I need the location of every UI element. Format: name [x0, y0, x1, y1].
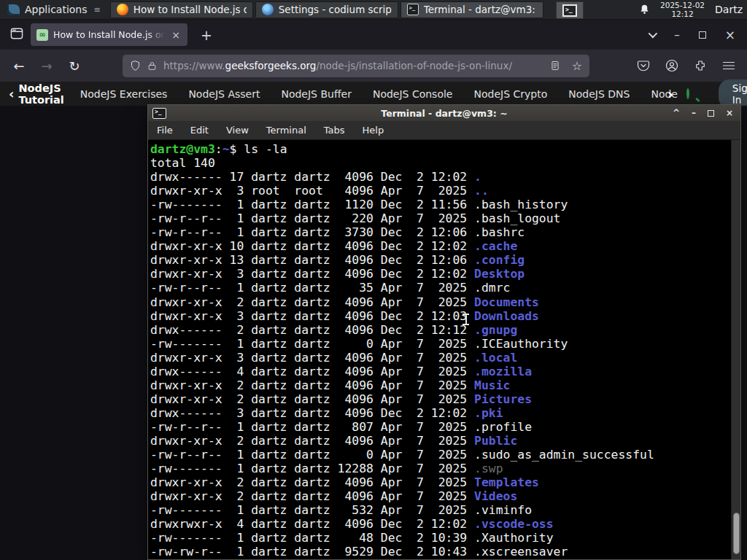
terminal-ls-row: drwxrwxr-x 4 dartz dartz 4096 Dec 2 12:0…: [150, 517, 731, 531]
close-button[interactable]: ×: [726, 108, 733, 118]
terminal-prompt-line: dartz@vm3:~$ ls -la: [150, 142, 731, 156]
ls-row-filename: .vscode-oss: [474, 517, 554, 531]
window-button-title: Settings - codium script...: [279, 4, 392, 15]
reader-view-icon[interactable]: [550, 60, 560, 71]
ls-row-filename: .ICEauthority: [474, 337, 568, 351]
window-close-button[interactable]: ×: [725, 28, 735, 42]
applications-menu-button[interactable]: Applications ≡: [0, 0, 108, 19]
terminal-ls-row: -rw-r--r-- 1 dartz dartz 0 Apr 7 2025 .s…: [150, 448, 731, 462]
firefox-view-icon[interactable]: [10, 28, 23, 42]
taskbar-window-button[interactable]: Terminal - dartz@vm3: ~: [400, 1, 543, 18]
lock-icon[interactable]: [147, 61, 157, 71]
terminal-ls-row: -rw------- 1 dartz dartz 1120 Dec 2 11:5…: [150, 198, 731, 211]
window-button-title: How to Install Node.js o...: [133, 4, 247, 15]
terminal-ls-rows: drwx------ 17 dartz dartz 4096 Dec 2 12:…: [150, 170, 731, 559]
tab-close-icon[interactable]: ×: [170, 29, 182, 41]
ls-row-meta: drwxr-xr-x 2 dartz dartz 4096 Apr 7 2025: [150, 392, 474, 406]
terminal-menu-item[interactable]: Help: [363, 125, 384, 136]
ls-row-meta: drwxr-xr-x 3 root root 4096 Apr 7 2025: [150, 184, 474, 198]
list-all-tabs-chevron-icon[interactable]: [649, 29, 658, 39]
terminal-window: Terminal - dartz@vm3: ~ ^ – × File Edit …: [147, 104, 741, 560]
subject-nav-link[interactable]: NodeJS Assert: [188, 88, 260, 100]
tracking-shield-icon[interactable]: [130, 60, 141, 71]
ls-row-meta: drwxrwxr-x 4 dartz dartz 4096 Dec 2 12:0…: [150, 517, 474, 531]
nav-back-tutorial[interactable]: ‹ NodeJS Tutorial: [0, 82, 64, 106]
new-tab-button[interactable]: +: [201, 27, 212, 43]
window-minimize-button[interactable]: –: [674, 28, 680, 42]
top-panel: Applications ≡ How to Install Node.js o.…: [0, 0, 747, 20]
ls-row-meta: drwxr-xr-x 2 dartz dartz 4096 Apr 7 2025: [150, 434, 474, 448]
ls-row-filename: .bash_history: [474, 198, 568, 211]
ls-row-filename: .cache: [474, 239, 517, 253]
ls-row-meta: drwxr-xr-x 13 dartz dartz 4096 Dec 2 12:…: [150, 253, 474, 267]
ls-row-filename: .Xauthority: [474, 531, 554, 545]
terminal-menu-item[interactable]: File: [157, 125, 173, 136]
ls-row-filename: Desktop: [474, 267, 525, 281]
user-menu[interactable]: Dartz: [715, 4, 743, 15]
applications-label: Applications: [25, 4, 88, 15]
back-button[interactable]: ←: [12, 58, 26, 74]
taskbar-window-button[interactable]: Settings - codium script...: [255, 1, 398, 18]
terminal-scrollbar[interactable]: [731, 140, 740, 559]
shade-button[interactable]: ^: [673, 108, 680, 118]
ls-row-filename: Music: [474, 378, 510, 392]
terminal-ls-row: -rw-rw-r-- 1 dartz dartz 9529 Dec 2 10:4…: [150, 545, 731, 559]
hamburger-menu-icon[interactable]: [722, 61, 735, 71]
taskbar-window-button[interactable]: How to Install Node.js o...: [110, 1, 253, 18]
clock[interactable]: 2025-12-02 12:12: [660, 1, 705, 18]
mouse-ibeam-cursor: [462, 314, 469, 325]
terminal-icon: [562, 4, 577, 17]
toolbar-right-icons: [637, 59, 747, 72]
url-bar[interactable]: https://www.geeksforgeeks.org/node-js/in…: [123, 55, 589, 77]
prompt-command: $ ls -la: [230, 142, 287, 156]
window-maximize-button[interactable]: [699, 31, 706, 39]
prompt-user-host: dartz@vm3: [150, 142, 215, 156]
subject-nav-link[interactable]: NodeJS Console: [373, 88, 453, 100]
subject-nav-link[interactable]: NodeJS Exercises: [80, 88, 168, 100]
subject-nav-link[interactable]: Node: [651, 88, 678, 100]
terminal-ls-row: drwx------ 3 dartz dartz 4096 Dec 2 12:0…: [150, 406, 731, 420]
subject-nav-link[interactable]: NodeJS Buffer: [281, 88, 352, 100]
terminal-menu-item[interactable]: Terminal: [266, 125, 306, 136]
subject-nav-link[interactable]: NodeJS DNS: [568, 88, 630, 100]
terminal-ls-row: -rw------- 1 dartz dartz 532 Apr 7 2025 …: [150, 503, 731, 517]
ls-row-meta: drwx------ 2 dartz dartz 4096 Dec 2 12:1…: [150, 323, 474, 337]
browser-tab-active[interactable]: ∞ How to Install Node.js on ×: [31, 23, 187, 46]
extensions-icon[interactable]: [694, 59, 707, 72]
forward-button[interactable]: →: [39, 58, 54, 74]
pocket-icon[interactable]: [637, 59, 650, 72]
search-icon[interactable]: [686, 88, 689, 99]
maximize-button[interactable]: [708, 110, 714, 117]
window-app-icon: [262, 4, 274, 15]
terminal-ls-row: drwxr-xr-x 2 dartz dartz 4096 Apr 7 2025…: [150, 295, 731, 309]
ls-row-meta: drwx------ 3 dartz dartz 4096 Dec 2 12:0…: [150, 406, 474, 420]
terminal-ls-row: drwx------ 17 dartz dartz 4096 Dec 2 12:…: [150, 170, 731, 184]
terminal-ls-row: -rw------- 1 dartz dartz 48 Dec 2 10:39 …: [150, 531, 731, 545]
terminal-title-bar[interactable]: Terminal - dartz@vm3: ~ ^ – ×: [148, 105, 740, 121]
ls-row-filename: Documents: [474, 295, 539, 309]
terminal-output[interactable]: dartz@vm3:~$ ls -la total 140 drwx------…: [148, 140, 731, 559]
ls-row-filename: Public: [474, 434, 517, 448]
account-icon[interactable]: [665, 59, 678, 72]
ls-row-meta: -rw-r--r-- 1 dartz dartz 35 Apr 7 2025: [150, 281, 474, 295]
minimize-button[interactable]: –: [692, 108, 696, 118]
desktop: Applications ≡ How to Install Node.js o.…: [0, 0, 747, 560]
terminal-menu-item[interactable]: Edit: [190, 125, 209, 136]
ls-row-meta: -rw-r--r-- 1 dartz dartz 3730 Dec 2 12:0…: [150, 225, 474, 239]
notification-bell-icon[interactable]: [639, 4, 650, 15]
terminal-ls-row: drwxr-xr-x 3 dartz dartz 4096 Apr 7 2025…: [150, 351, 731, 365]
window-button-title: Terminal - dartz@vm3: ~: [424, 4, 537, 15]
terminal-ls-row: drwxr-xr-x 2 dartz dartz 4096 Apr 7 2025…: [150, 434, 731, 448]
chevron-left-icon: ‹: [9, 86, 14, 101]
terminal-scrollbar-thumb[interactable]: [733, 513, 740, 554]
terminal-menu-item[interactable]: View: [226, 125, 249, 136]
chevron-right-icon[interactable]: ›: [667, 86, 673, 102]
terminal-ls-row: drwxr-xr-x 2 dartz dartz 4096 Apr 7 2025…: [150, 489, 731, 503]
ls-row-meta: -rw-r--r-- 1 dartz dartz 807 Apr 7 2025: [150, 420, 474, 434]
subject-nav-link[interactable]: NodeJS Crypto: [474, 88, 548, 100]
terminal-menu-item[interactable]: Tabs: [324, 125, 345, 136]
nav-buttons: ← → ↻: [0, 58, 82, 74]
reload-button[interactable]: ↻: [67, 58, 82, 74]
bookmark-star-icon[interactable]: ☆: [572, 59, 582, 73]
tray-terminal-launcher[interactable]: [556, 1, 584, 19]
